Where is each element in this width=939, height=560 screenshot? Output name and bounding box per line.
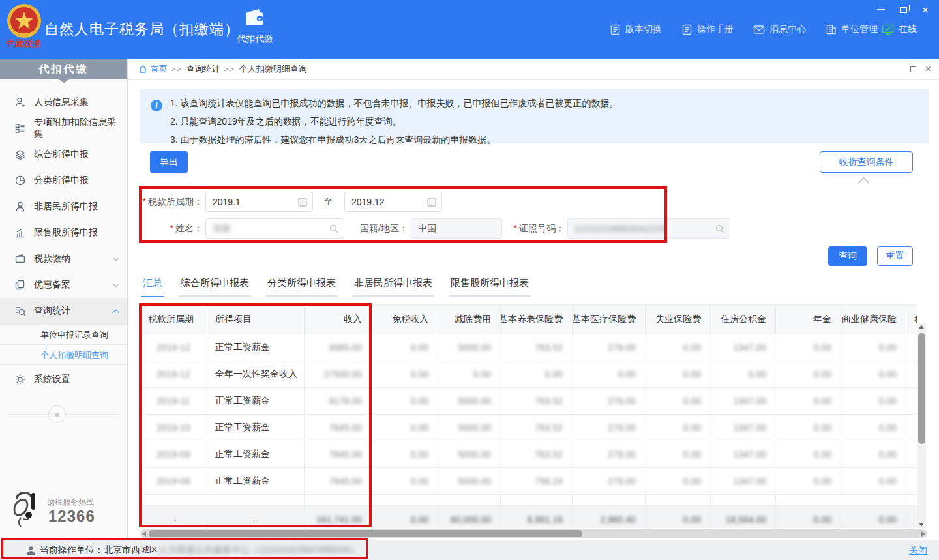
document-icon [610,24,621,35]
chevron-down-icon [113,280,119,287]
summary-value-cell: 0.00 [646,506,711,528]
sidebar-item-restricted-stock[interactable]: 限售股所得申报 [0,220,127,246]
list-form-icon [14,123,26,134]
value-cell: 27500.00 [305,361,372,387]
scroll-up-arrow-icon[interactable] [919,325,924,329]
name-input[interactable]: 张蕾 [205,218,344,239]
column-header: 基本养老保险费 [501,305,573,334]
table-row-partial: .. [140,495,917,506]
value-cell: 0.00 [906,388,917,414]
sidebar-item-label: 综合所得申报 [34,149,89,160]
scroll-right-arrow-icon[interactable] [921,531,925,537]
income-item-cell: 正常工资薪金 [207,388,305,414]
window-restore-button[interactable] [896,3,910,17]
sidebar-item-nonresident-income[interactable]: 非居民所得申报 [0,194,127,220]
sidebar-subitem-unit-record-query[interactable]: 单位申报记录查询 [0,325,127,345]
sidebar-item-comprehensive-income[interactable]: 综合所得申报 [0,141,127,168]
value-cell: 279.00 [573,441,646,467]
tab-withholding[interactable]: 代扣代缴 [225,8,285,45]
period-cell: 2019-09 [140,441,207,467]
sidebar-collapse-button[interactable]: « [48,405,66,423]
table-row[interactable]: 2019-10正常工资薪金7645.000.005000.00763.52279… [140,415,917,441]
bar-chart-icon [14,227,26,239]
nav-version-switch[interactable]: 版本切换 [610,23,662,35]
sidebar-item-special-deduction[interactable]: 专项附加扣除信息采集 [0,115,127,141]
period-to-input[interactable]: 2019.12 [344,192,442,212]
value-cell: 1347.00 [711,415,776,441]
value-cell: 0.00 [906,415,917,441]
table-row[interactable]: 2019-12全年一次性奖金收入27500.000.000.000.000.00… [140,361,917,388]
value-cell: 0.00 [906,361,917,387]
nav-message-center[interactable]: 消息中心 [753,23,806,35]
sidebar-item-query-statistics[interactable]: 查询统计 [0,298,127,324]
calendar-icon[interactable] [297,197,308,207]
value-cell: 0.00 [841,361,906,387]
breadcrumb-separator: >> [171,65,183,73]
sidebar-item-personnel-info[interactable]: 人员信息采集 [0,89,127,115]
period-from-input[interactable]: 2019.1 [205,192,313,212]
window-close-button[interactable]: × [918,3,932,17]
tab-restricted-stock[interactable]: 限售股所得申报表 [449,277,531,297]
period-cell: 2019-12 [140,361,207,387]
table-cell [573,495,646,506]
copy-docs-icon [14,279,26,291]
breadcrumb-home[interactable]: 首页 [138,63,168,75]
sidebar-item-system-settings[interactable]: 系统设置 [0,365,127,394]
sidebar-submenu: 单位申报记录查询 个人扣缴明细查询 [0,324,127,365]
top-header: 中国税务 自然人电子税务局（扣缴端） 代扣代缴 版本切换 操作手册 消息中 [0,0,939,59]
vertical-scrollbar[interactable] [917,323,926,529]
window-minimize-button[interactable] [874,3,888,17]
column-header: 减除费用 [438,305,501,334]
tax-bureau-emblem-icon [7,3,42,38]
export-button[interactable]: 导出 [150,151,188,173]
horizontal-scrollbar[interactable] [140,529,927,538]
tab-comprehensive-income[interactable]: 综合所得申报表 [179,277,251,297]
breadcrumb-level1[interactable]: 查询统计 [186,63,220,75]
period-to-value: 2019.12 [351,197,385,207]
panel-close-icon[interactable]: × [925,64,931,74]
close-link[interactable]: 关闭 [909,545,927,557]
nav-unit-management[interactable]: 单位管理 [826,23,878,35]
value-cell: 0.00 [372,441,438,467]
value-cell: 0.00 [776,468,841,494]
search-list-icon [14,305,26,317]
value-cell: 1347.00 [711,441,776,467]
table-row[interactable]: 2019-12正常工资薪金9985.000.005000.00763.52279… [140,334,917,361]
search-icon[interactable] [329,224,339,234]
reset-button[interactable]: 重置 [877,246,913,266]
tab-classified-income[interactable]: 分类所得申报表 [265,277,338,297]
sidebar-item-label: 优惠备案 [34,279,70,291]
sidebar-item-label: 税款缴纳 [34,253,70,265]
calendar-icon[interactable] [426,197,437,207]
required-asterisk: * [170,223,173,233]
sidebar-item-preferential-filing[interactable]: 优惠备案 [0,272,127,298]
search-icon[interactable] [715,224,725,234]
table-cell [501,495,573,506]
query-button[interactable]: 查询 [828,246,867,266]
horizontal-scrollbar-thumb[interactable] [149,530,582,537]
id-number-input[interactable]: 110102199903042223 [567,218,730,239]
table-row[interactable]: 2019-11正常工资薪金9178.000.005000.00763.52279… [140,388,917,415]
table-cell [140,495,207,506]
sidebar-item-label: 分类所得申报 [34,175,89,186]
tab-nonresident-income[interactable]: 非居民所得申报表 [352,277,434,297]
sidebar-item-tax-payment[interactable]: 税款缴纳 [0,246,127,272]
fold-query-button[interactable]: 收折查询条件 [820,151,913,173]
table-row[interactable]: 2019-09正常工资薪金7645.000.005000.00763.52279… [140,441,917,468]
nav-manual[interactable]: 操作手册 [681,23,734,35]
column-header: 所得项目 [207,305,305,334]
panel-maximize-icon[interactable] [910,66,916,72]
table-cell [906,495,917,506]
table-cell [776,495,841,506]
tab-summary[interactable]: 汇总 [141,277,164,297]
vertical-scrollbar-thumb[interactable] [918,333,925,444]
sidebar-subitem-personal-withholding-query[interactable]: 个人扣缴明细查询 [0,345,127,365]
value-cell: 0.00 [372,334,438,361]
summary-value-cell: 0.00 [906,506,917,528]
table-row[interactable]: 2019-08正常工资薪金7645.000.005000.00798.24279… [140,468,917,495]
value-cell: 763.52 [501,441,573,467]
value-cell: 1347.00 [711,388,776,414]
scroll-down-arrow-icon[interactable] [919,523,924,527]
scroll-left-arrow-icon[interactable] [142,531,146,537]
sidebar-item-classified-income[interactable]: 分类所得申报 [0,168,127,194]
